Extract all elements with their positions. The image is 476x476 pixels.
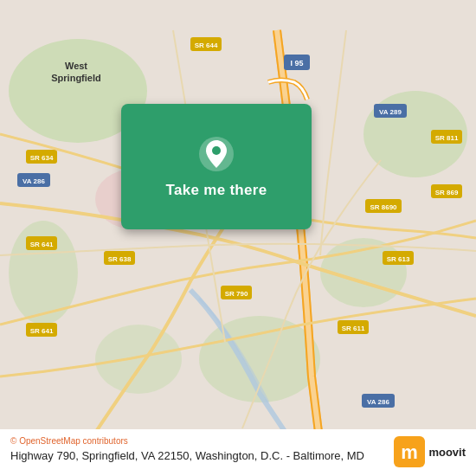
svg-text:SR 869: SR 869 [435,189,459,196]
svg-text:SR 644: SR 644 [195,42,218,49]
svg-text:Springfield: Springfield [51,73,100,83]
bottom-bar: © OpenStreetMap contributors Highway 790… [0,429,476,476]
take-me-there-card[interactable]: Take me there [121,104,312,229]
osm-credit: © OpenStreetMap contributors [10,436,385,446]
moovit-icon: m [394,436,425,467]
svg-text:SR 638: SR 638 [108,255,132,263]
svg-text:West: West [65,61,87,71]
map-background: I 95 VA 289 SR 644 SR 811 SR 869 VA 286 … [0,0,476,476]
svg-point-6 [95,325,182,394]
location-pin-icon [197,135,235,173]
moovit-text: moovit [428,446,466,459]
svg-text:SR 641: SR 641 [30,241,54,248]
svg-text:m: m [402,441,419,463]
svg-text:SR 811: SR 811 [435,134,459,142]
svg-text:VA 286: VA 286 [367,398,389,406]
svg-text:SR 634: SR 634 [30,154,54,162]
osm-copyright-symbol: © [10,436,16,446]
moovit-logo[interactable]: m moovit [394,436,466,467]
svg-text:SR 8690: SR 8690 [370,203,397,211]
osm-contributors: contributors [83,436,128,446]
svg-point-41 [212,146,221,155]
bottom-left: © OpenStreetMap contributors Highway 790… [10,436,385,464]
osm-link[interactable]: OpenStreetMap [19,436,80,446]
svg-text:I 95: I 95 [290,59,303,68]
svg-text:SR 613: SR 613 [387,255,410,263]
svg-text:VA 286: VA 286 [23,177,45,185]
svg-text:SR 641: SR 641 [30,327,54,335]
map-container: I 95 VA 289 SR 644 SR 811 SR 869 VA 286 … [0,0,476,476]
take-me-there-button[interactable]: Take me there [166,182,267,199]
svg-text:SR 790: SR 790 [225,290,248,298]
svg-text:SR 611: SR 611 [342,325,365,332]
location-text: Highway 790, Springfield, VA 22150, Wash… [10,448,385,464]
svg-text:VA 289: VA 289 [379,108,402,116]
